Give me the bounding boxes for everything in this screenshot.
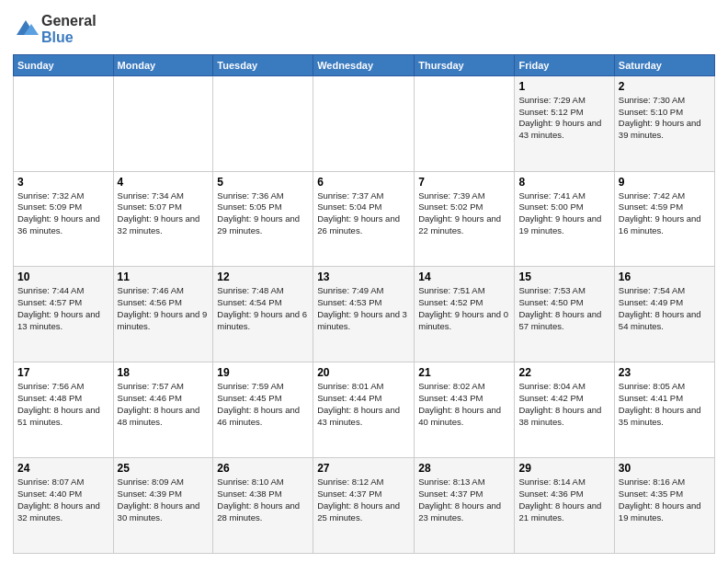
calendar-header-thursday: Thursday bbox=[415, 54, 515, 75]
calendar-header-tuesday: Tuesday bbox=[213, 54, 313, 75]
day-info: Sunrise: 7:59 AM Sunset: 4:45 PM Dayligh… bbox=[217, 381, 309, 428]
calendar-cell: 15Sunrise: 7:53 AM Sunset: 4:50 PM Dayli… bbox=[515, 267, 614, 362]
day-info: Sunrise: 8:04 AM Sunset: 4:42 PM Dayligh… bbox=[518, 381, 609, 428]
day-info: Sunrise: 7:41 AM Sunset: 5:00 PM Dayligh… bbox=[518, 190, 609, 237]
day-info: Sunrise: 7:57 AM Sunset: 4:46 PM Dayligh… bbox=[118, 381, 210, 428]
day-info: Sunrise: 7:54 AM Sunset: 4:49 PM Dayligh… bbox=[619, 285, 711, 332]
calendar-cell: 5Sunrise: 7:36 AM Sunset: 5:05 PM Daylig… bbox=[213, 171, 313, 267]
calendar-week-2: 3Sunrise: 7:32 AM Sunset: 5:09 PM Daylig… bbox=[14, 171, 715, 267]
day-number: 18 bbox=[118, 366, 210, 379]
day-number: 26 bbox=[217, 462, 309, 475]
day-number: 2 bbox=[619, 80, 711, 93]
calendar-cell: 13Sunrise: 7:49 AM Sunset: 4:53 PM Dayli… bbox=[313, 267, 415, 362]
day-number: 24 bbox=[17, 462, 109, 475]
day-number: 1 bbox=[518, 80, 609, 93]
day-number: 11 bbox=[118, 270, 210, 283]
calendar-week-3: 10Sunrise: 7:44 AM Sunset: 4:57 PM Dayli… bbox=[14, 267, 715, 362]
calendar-cell: 25Sunrise: 8:09 AM Sunset: 4:39 PM Dayli… bbox=[113, 458, 213, 554]
day-info: Sunrise: 8:12 AM Sunset: 4:37 PM Dayligh… bbox=[317, 477, 410, 523]
day-number: 6 bbox=[317, 176, 410, 189]
day-info: Sunrise: 8:16 AM Sunset: 4:35 PM Dayligh… bbox=[619, 477, 711, 523]
day-info: Sunrise: 8:07 AM Sunset: 4:40 PM Dayligh… bbox=[17, 477, 109, 523]
calendar-cell bbox=[415, 75, 515, 171]
calendar-header-friday: Friday bbox=[515, 54, 614, 75]
calendar-cell: 24Sunrise: 8:07 AM Sunset: 4:40 PM Dayli… bbox=[14, 458, 114, 554]
day-number: 14 bbox=[418, 270, 510, 283]
calendar-cell: 7Sunrise: 7:39 AM Sunset: 5:02 PM Daylig… bbox=[415, 171, 515, 267]
day-number: 12 bbox=[217, 270, 309, 283]
calendar-cell: 23Sunrise: 8:05 AM Sunset: 4:41 PM Dayli… bbox=[614, 362, 714, 458]
calendar-cell: 3Sunrise: 7:32 AM Sunset: 5:09 PM Daylig… bbox=[14, 171, 114, 267]
day-number: 27 bbox=[317, 462, 410, 475]
calendar-header-monday: Monday bbox=[113, 54, 213, 75]
day-number: 28 bbox=[418, 462, 510, 475]
calendar-header-sunday: Sunday bbox=[14, 54, 114, 75]
calendar: SundayMondayTuesdayWednesdayThursdayFrid… bbox=[13, 54, 715, 554]
calendar-cell bbox=[213, 75, 313, 171]
day-info: Sunrise: 8:05 AM Sunset: 4:41 PM Dayligh… bbox=[619, 381, 711, 428]
day-number: 25 bbox=[118, 462, 210, 475]
day-number: 22 bbox=[518, 366, 609, 379]
day-info: Sunrise: 8:02 AM Sunset: 4:43 PM Dayligh… bbox=[418, 381, 510, 428]
calendar-header-wednesday: Wednesday bbox=[313, 54, 415, 75]
calendar-cell: 17Sunrise: 7:56 AM Sunset: 4:48 PM Dayli… bbox=[14, 362, 114, 458]
day-info: Sunrise: 7:46 AM Sunset: 4:56 PM Dayligh… bbox=[118, 285, 210, 332]
calendar-header-saturday: Saturday bbox=[614, 54, 714, 75]
calendar-cell: 18Sunrise: 7:57 AM Sunset: 4:46 PM Dayli… bbox=[113, 362, 213, 458]
calendar-header-row: SundayMondayTuesdayWednesdayThursdayFrid… bbox=[14, 54, 715, 75]
day-info: Sunrise: 8:01 AM Sunset: 4:44 PM Dayligh… bbox=[317, 381, 410, 428]
day-info: Sunrise: 7:36 AM Sunset: 5:05 PM Dayligh… bbox=[217, 190, 309, 237]
calendar-cell: 4Sunrise: 7:34 AM Sunset: 5:07 PM Daylig… bbox=[113, 171, 213, 267]
day-number: 17 bbox=[17, 366, 109, 379]
day-info: Sunrise: 8:13 AM Sunset: 4:37 PM Dayligh… bbox=[418, 477, 510, 523]
calendar-cell bbox=[113, 75, 213, 171]
calendar-cell: 1Sunrise: 7:29 AM Sunset: 5:12 PM Daylig… bbox=[515, 75, 614, 171]
calendar-cell bbox=[313, 75, 415, 171]
day-info: Sunrise: 7:34 AM Sunset: 5:07 PM Dayligh… bbox=[118, 190, 210, 237]
day-number: 19 bbox=[217, 366, 309, 379]
calendar-cell: 10Sunrise: 7:44 AM Sunset: 4:57 PM Dayli… bbox=[14, 267, 114, 362]
calendar-cell: 29Sunrise: 8:14 AM Sunset: 4:36 PM Dayli… bbox=[515, 458, 614, 554]
day-info: Sunrise: 7:48 AM Sunset: 4:54 PM Dayligh… bbox=[217, 285, 309, 332]
calendar-cell: 26Sunrise: 8:10 AM Sunset: 4:38 PM Dayli… bbox=[213, 458, 313, 554]
calendar-cell: 22Sunrise: 8:04 AM Sunset: 4:42 PM Dayli… bbox=[515, 362, 614, 458]
day-info: Sunrise: 8:10 AM Sunset: 4:38 PM Dayligh… bbox=[217, 477, 309, 523]
day-info: Sunrise: 7:39 AM Sunset: 5:02 PM Dayligh… bbox=[418, 190, 510, 237]
page-header: General Blue bbox=[13, 9, 715, 47]
day-number: 10 bbox=[17, 270, 109, 283]
day-number: 5 bbox=[217, 176, 309, 189]
calendar-cell: 20Sunrise: 8:01 AM Sunset: 4:44 PM Dayli… bbox=[313, 362, 415, 458]
calendar-cell: 30Sunrise: 8:16 AM Sunset: 4:35 PM Dayli… bbox=[614, 458, 714, 554]
calendar-cell: 16Sunrise: 7:54 AM Sunset: 4:49 PM Dayli… bbox=[614, 267, 714, 362]
day-info: Sunrise: 7:42 AM Sunset: 4:59 PM Dayligh… bbox=[619, 190, 711, 237]
day-info: Sunrise: 7:51 AM Sunset: 4:52 PM Dayligh… bbox=[418, 285, 510, 332]
calendar-week-5: 24Sunrise: 8:07 AM Sunset: 4:40 PM Dayli… bbox=[14, 458, 715, 554]
calendar-cell bbox=[14, 75, 114, 171]
day-info: Sunrise: 7:53 AM Sunset: 4:50 PM Dayligh… bbox=[518, 285, 609, 332]
day-info: Sunrise: 8:14 AM Sunset: 4:36 PM Dayligh… bbox=[518, 477, 609, 523]
calendar-cell: 12Sunrise: 7:48 AM Sunset: 4:54 PM Dayli… bbox=[213, 267, 313, 362]
day-number: 16 bbox=[619, 270, 711, 283]
logo-icon bbox=[13, 17, 39, 42]
day-info: Sunrise: 8:09 AM Sunset: 4:39 PM Dayligh… bbox=[118, 477, 210, 523]
day-number: 4 bbox=[118, 176, 210, 189]
calendar-cell: 8Sunrise: 7:41 AM Sunset: 5:00 PM Daylig… bbox=[515, 171, 614, 267]
day-number: 20 bbox=[317, 366, 410, 379]
logo: General Blue bbox=[13, 13, 97, 47]
day-number: 15 bbox=[518, 270, 609, 283]
calendar-cell: 2Sunrise: 7:30 AM Sunset: 5:10 PM Daylig… bbox=[614, 75, 714, 171]
calendar-cell: 6Sunrise: 7:37 AM Sunset: 5:04 PM Daylig… bbox=[313, 171, 415, 267]
day-number: 3 bbox=[17, 176, 109, 189]
day-number: 8 bbox=[518, 176, 609, 189]
day-number: 9 bbox=[619, 176, 711, 189]
calendar-cell: 19Sunrise: 7:59 AM Sunset: 4:45 PM Dayli… bbox=[213, 362, 313, 458]
calendar-cell: 11Sunrise: 7:46 AM Sunset: 4:56 PM Dayli… bbox=[113, 267, 213, 362]
calendar-week-4: 17Sunrise: 7:56 AM Sunset: 4:48 PM Dayli… bbox=[14, 362, 715, 458]
calendar-cell: 27Sunrise: 8:12 AM Sunset: 4:37 PM Dayli… bbox=[313, 458, 415, 554]
day-number: 13 bbox=[317, 270, 410, 283]
calendar-cell: 21Sunrise: 8:02 AM Sunset: 4:43 PM Dayli… bbox=[415, 362, 515, 458]
day-number: 29 bbox=[518, 462, 609, 475]
day-number: 23 bbox=[619, 366, 711, 379]
day-info: Sunrise: 7:30 AM Sunset: 5:10 PM Dayligh… bbox=[619, 95, 711, 142]
day-info: Sunrise: 7:37 AM Sunset: 5:04 PM Dayligh… bbox=[317, 190, 410, 237]
